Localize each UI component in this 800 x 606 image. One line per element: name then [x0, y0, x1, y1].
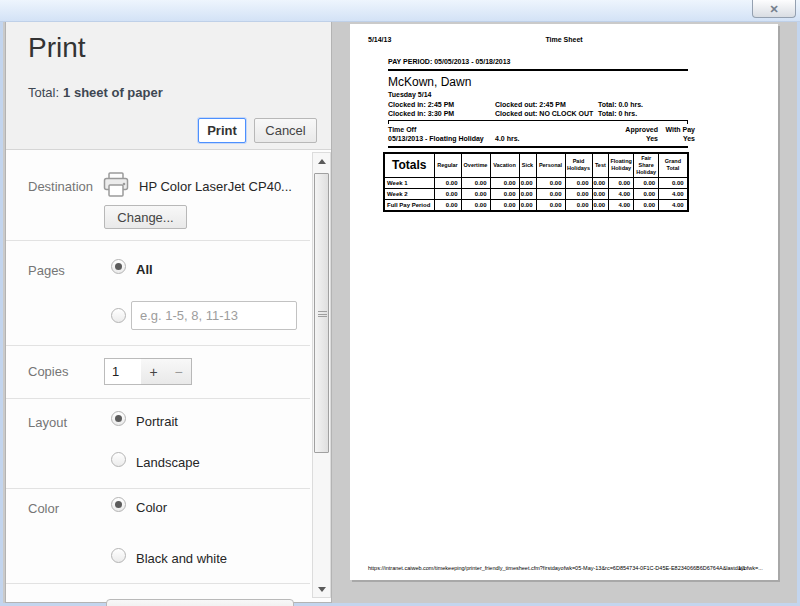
- totals-cell: 0.00: [592, 177, 609, 188]
- total-summary: Total:1 sheet of paper: [28, 85, 163, 100]
- totals-cell: 0.00: [434, 188, 461, 199]
- totals-cell: 0.00: [634, 188, 659, 199]
- column-header: Sick: [519, 153, 536, 177]
- employee-name: McKown, Dawn: [388, 75, 471, 89]
- totals-cell: 0.00: [536, 199, 565, 211]
- totals-cell: 0.00: [461, 177, 490, 188]
- clock-total: Total: 0 hrs.: [598, 110, 637, 117]
- scroll-down-icon: [318, 587, 326, 592]
- table-row: Full Pay Period 0.00 0.00 0.00 0.00 0.00…: [384, 199, 688, 211]
- color-bw-radio[interactable]: [111, 548, 126, 563]
- dialog-content: Print Total:1 sheet of paper Print Cance…: [3, 22, 797, 603]
- timeoff-hours: 4.0 hrs.: [495, 135, 520, 142]
- cancel-button[interactable]: Cancel: [254, 118, 317, 143]
- pay-period: PAY PERIOD: 05/05/2013 - 05/18/2013: [388, 58, 510, 65]
- totals-cell: 0.00: [434, 177, 461, 188]
- divider: [6, 583, 310, 584]
- row-label: Week 2: [384, 188, 434, 199]
- totals-title: Totals: [384, 153, 434, 177]
- clock-total: Total: 0.0 hrs.: [598, 101, 643, 108]
- totals-cell: 0.00: [536, 188, 565, 199]
- column-header: Test: [592, 153, 609, 177]
- clock-in: Clocked in: 2:45 PM: [388, 101, 454, 108]
- column-header: Vacation: [490, 153, 519, 177]
- rule: [388, 145, 688, 148]
- destination-label: Destination: [28, 179, 93, 194]
- print-button[interactable]: Print: [198, 118, 246, 143]
- close-button[interactable]: ✕: [752, 0, 796, 18]
- totals-cell: 0.00: [565, 177, 592, 188]
- layout-landscape-radio[interactable]: [111, 452, 126, 467]
- layout-landscape-option[interactable]: Landscape: [136, 455, 200, 470]
- copies-increment-button[interactable]: +: [141, 358, 167, 385]
- totals-cell: 0.00: [565, 199, 592, 211]
- clock-in: Clocked in: 3:30 PM: [388, 110, 454, 117]
- totals-table: Totals Regular Overtime Vacation Sick Pe…: [383, 152, 689, 212]
- color-label: Color: [28, 501, 59, 516]
- totals-cell: 0.00: [659, 177, 688, 188]
- copies-label: Copies: [28, 364, 68, 379]
- layout-label: Layout: [28, 415, 67, 430]
- print-settings-panel: Print Total:1 sheet of paper Print Cance…: [5, 22, 332, 603]
- day-label: Tuesday 5/14: [388, 91, 431, 98]
- totals-cell: 4.00: [609, 188, 634, 199]
- totals-cell: 0.00: [634, 177, 659, 188]
- totals-cell: 0.00: [536, 177, 565, 188]
- totals-cell: 4.00: [659, 199, 688, 211]
- pages-range-input[interactable]: [131, 301, 297, 330]
- totals-cell: 0.00: [609, 177, 634, 188]
- timesheet-title: Time Sheet: [350, 36, 778, 43]
- pages-range-radio[interactable]: [111, 308, 126, 323]
- totals-cell: 0.00: [461, 199, 490, 211]
- scrollbar-grip-icon: [318, 311, 327, 317]
- panel-header: Print Total:1 sheet of paper Print Cance…: [6, 22, 331, 150]
- pages-all-radio[interactable]: [111, 259, 126, 274]
- footer-url: https://intranet.caiweb.com/timekeeping/…: [368, 565, 763, 571]
- withpay-header: With Pay: [655, 126, 695, 133]
- divider: [6, 398, 310, 399]
- row-label: Week 1: [384, 177, 434, 188]
- totals-cell: 0.00: [592, 188, 609, 199]
- copies-decrement-button[interactable]: −: [166, 358, 192, 385]
- color-color-option[interactable]: Color: [136, 500, 167, 515]
- color-color-radio[interactable]: [111, 497, 126, 512]
- totals-cell: 0.00: [592, 199, 609, 211]
- totals-cell: 0.00: [461, 188, 490, 199]
- cutoff-bottom-button[interactable]: [106, 599, 294, 606]
- totals-cell: 0.00: [490, 199, 519, 211]
- panel-scrollbar[interactable]: [312, 152, 331, 598]
- scroll-down-button[interactable]: [313, 581, 330, 597]
- totals-cell: 0.00: [565, 188, 592, 199]
- color-bw-option[interactable]: Black and white: [136, 551, 227, 566]
- pages-label: Pages: [28, 263, 65, 278]
- totals-cell: 0.00: [434, 199, 461, 211]
- table-row: Week 2 0.00 0.00 0.00 0.00 0.00 0.00 0.0…: [384, 188, 688, 199]
- print-preview-area: 5/14/13 Time Sheet PAY PERIOD: 05/05/201…: [332, 22, 797, 603]
- rule: [388, 68, 688, 71]
- layout-portrait-option[interactable]: Portrait: [136, 414, 178, 429]
- column-header: Regular: [434, 153, 461, 177]
- scroll-up-icon: [318, 159, 326, 164]
- divider: [6, 240, 310, 241]
- window-titlebar: [0, 0, 800, 22]
- totals-cell: 0.00: [490, 177, 519, 188]
- scrollbar-thumb[interactable]: [314, 173, 329, 453]
- totals-cell: 4.00: [659, 188, 688, 199]
- destination-printer-name: HP Color LaserJet CP40...: [139, 179, 292, 194]
- copies-input[interactable]: [104, 358, 142, 385]
- scroll-up-button[interactable]: [313, 153, 330, 169]
- pages-all-option[interactable]: All: [136, 262, 153, 277]
- table-row: Week 1 0.00 0.00 0.00 0.00 0.00 0.00 0.0…: [384, 177, 688, 188]
- column-header: Fair Share Holiday: [634, 153, 659, 177]
- preview-page: 5/14/13 Time Sheet PAY PERIOD: 05/05/201…: [350, 24, 778, 580]
- layout-portrait-radio[interactable]: [111, 411, 126, 426]
- footer-page-number: 1/1: [738, 565, 746, 571]
- change-destination-button[interactable]: Change...: [104, 205, 187, 229]
- printer-icon: [103, 172, 130, 202]
- clock-out: Clocked out: 2:45 PM: [495, 101, 566, 108]
- totals-cell: 0.00: [519, 188, 536, 199]
- column-header: Floating Holiday: [609, 153, 634, 177]
- timeoff-withpay: Yes: [655, 135, 695, 142]
- row-label: Full Pay Period: [384, 199, 434, 211]
- divider: [6, 345, 310, 346]
